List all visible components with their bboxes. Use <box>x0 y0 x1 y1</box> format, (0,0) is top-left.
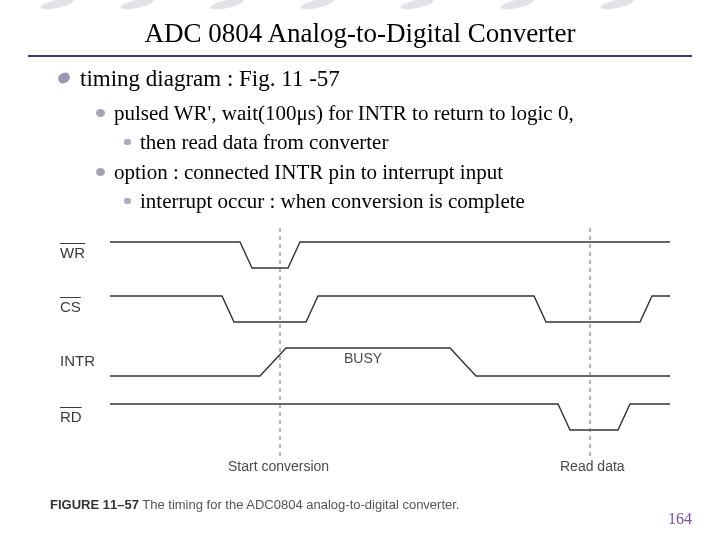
page-number: 164 <box>668 510 692 528</box>
bullet-1-2-1: interrupt occur : when conversion is com… <box>140 188 680 215</box>
title-underline <box>28 55 692 57</box>
bullet-1-2: option : connected INTR pin to interrupt… <box>114 159 680 186</box>
figure-caption-lead: FIGURE 11–57 <box>50 497 139 512</box>
signal-label-cs: CS <box>60 298 108 315</box>
bullet-1: timing diagram : Fig. 11 -57 <box>80 63 680 94</box>
bullet-1-1: pulsed WR', wait(100μs) for INTR to retu… <box>114 100 680 127</box>
figure-caption-rest: The timing for the ADC0804 analog-to-dig… <box>139 497 460 512</box>
timing-svg <box>60 228 672 468</box>
slide-title: ADC 0804 Analog-to-Digital Converter <box>0 0 720 53</box>
bullet-content: timing diagram : Fig. 11 -57 pulsed WR',… <box>0 63 720 215</box>
signal-label-wr: WR <box>60 244 108 261</box>
busy-label: BUSY <box>344 350 382 366</box>
signal-label-intr: INTR <box>60 352 108 369</box>
read-data-label: Read data <box>560 458 625 474</box>
start-conversion-label: Start conversion <box>228 458 329 474</box>
signal-label-rd: RD <box>60 408 108 425</box>
figure-caption: FIGURE 11–57 The timing for the ADC0804 … <box>50 497 459 512</box>
timing-diagram: WR CS INTR RD BUSY Start conversion Read… <box>60 228 672 490</box>
bullet-1-1-1: then read data from converter <box>140 129 680 156</box>
